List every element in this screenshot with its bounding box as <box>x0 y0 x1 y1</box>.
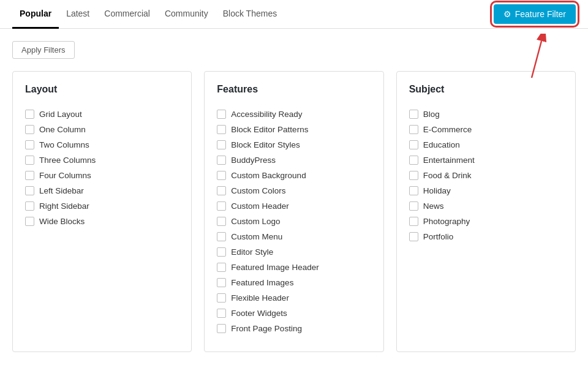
list-item[interactable]: Editor Style <box>217 247 371 257</box>
flexible-header-checkbox[interactable] <box>217 293 226 303</box>
list-item[interactable]: Two Columns <box>25 140 179 149</box>
tab-community[interactable]: Community <box>157 0 216 29</box>
featured-image-header-checkbox[interactable] <box>217 263 226 272</box>
blog-checkbox[interactable] <box>409 110 418 119</box>
footer-widgets-checkbox[interactable] <box>217 309 226 318</box>
portfolio-label: Portfolio <box>423 232 454 241</box>
front-page-posting-checkbox[interactable] <box>217 324 226 333</box>
custom-background-checkbox[interactable] <box>217 171 226 180</box>
left-sidebar-checkbox[interactable] <box>25 186 34 195</box>
list-item[interactable]: One Column <box>25 125 179 134</box>
list-item[interactable]: Featured Images <box>217 278 371 287</box>
list-item[interactable]: Photography <box>409 217 563 226</box>
food-drink-checkbox[interactable] <box>409 171 418 180</box>
list-item[interactable]: Right Sidebar <box>25 201 179 211</box>
food-drink-label: Food & Drink <box>423 171 472 180</box>
list-item[interactable]: Footer Widgets <box>217 309 371 318</box>
portfolio-checkbox[interactable] <box>409 232 418 241</box>
list-item[interactable]: Education <box>409 140 563 149</box>
list-item[interactable]: Portfolio <box>409 232 563 241</box>
custom-menu-label: Custom Menu <box>231 232 282 241</box>
entertainment-label: Entertainment <box>423 156 475 165</box>
list-item[interactable]: Accessibility Ready <box>217 110 371 119</box>
blog-label: Blog <box>423 110 440 119</box>
list-item[interactable]: News <box>409 201 563 211</box>
holiday-checkbox[interactable] <box>409 186 418 195</box>
tab-block-themes[interactable]: Block Themes <box>216 0 284 29</box>
list-item[interactable]: E-Commerce <box>409 125 563 134</box>
list-item[interactable]: Featured Image Header <box>217 263 371 272</box>
photography-label: Photography <box>423 217 470 226</box>
custom-menu-checkbox[interactable] <box>217 232 226 241</box>
grid-layout-checkbox[interactable] <box>25 110 34 119</box>
list-item[interactable]: Flexible Header <box>217 293 371 303</box>
tab-popular[interactable]: Popular <box>12 0 59 29</box>
featured-images-checkbox[interactable] <box>217 278 226 287</box>
list-item[interactable]: Custom Logo <box>217 217 371 226</box>
list-item[interactable]: Block Editor Styles <box>217 140 371 149</box>
features-title: Features <box>217 84 371 100</box>
list-item[interactable]: Left Sidebar <box>25 186 179 195</box>
education-label: Education <box>423 140 460 149</box>
four-columns-checkbox[interactable] <box>25 171 34 180</box>
one-column-checkbox[interactable] <box>25 125 34 134</box>
featured-image-header-label: Featured Image Header <box>231 263 318 272</box>
news-checkbox[interactable] <box>409 201 418 211</box>
feature-filter-button[interactable]: ⚙ Feature Filter <box>494 4 576 24</box>
list-item[interactable]: Block Editor Patterns <box>217 125 371 134</box>
list-item[interactable]: Wide Blocks <box>25 217 179 226</box>
photography-checkbox[interactable] <box>409 217 418 226</box>
list-item[interactable]: Grid Layout <box>25 110 179 119</box>
tab-latest[interactable]: Latest <box>59 0 97 29</box>
list-item[interactable]: Front Page Posting <box>217 324 371 333</box>
feature-filter-label: Feature Filter <box>515 9 566 19</box>
custom-background-label: Custom Background <box>231 171 306 180</box>
list-item[interactable]: Entertainment <box>409 156 563 165</box>
list-item[interactable]: Custom Colors <box>217 186 371 195</box>
two-columns-checkbox[interactable] <box>25 140 34 149</box>
custom-logo-label: Custom Logo <box>231 217 280 226</box>
list-item[interactable]: Custom Header <box>217 201 371 211</box>
holiday-label: Holiday <box>423 186 451 195</box>
list-item[interactable]: Holiday <box>409 186 563 195</box>
accessibility-ready-checkbox[interactable] <box>217 110 226 119</box>
custom-colors-checkbox[interactable] <box>217 186 226 195</box>
list-item[interactable]: Food & Drink <box>409 171 563 180</box>
features-filter-box: Features Accessibility Ready Block Edito… <box>204 71 383 352</box>
subject-title: Subject <box>409 84 563 100</box>
list-item[interactable]: BuddyPress <box>217 156 371 165</box>
education-checkbox[interactable] <box>409 140 418 149</box>
gear-icon: ⚙ <box>503 9 511 19</box>
flexible-header-label: Flexible Header <box>231 293 289 303</box>
wide-blocks-checkbox[interactable] <box>25 217 34 226</box>
list-item[interactable]: Four Columns <box>25 171 179 180</box>
custom-header-label: Custom Header <box>231 201 289 211</box>
tab-commercial[interactable]: Commercial <box>97 0 157 29</box>
news-label: News <box>423 201 444 211</box>
editor-style-checkbox[interactable] <box>217 247 226 257</box>
list-item[interactable]: Custom Background <box>217 171 371 180</box>
grid-layout-label: Grid Layout <box>39 110 82 119</box>
custom-header-checkbox[interactable] <box>217 201 226 211</box>
editor-style-label: Editor Style <box>231 247 273 257</box>
front-page-posting-label: Front Page Posting <box>231 324 302 333</box>
list-item[interactable]: Custom Menu <box>217 232 371 241</box>
buddypress-checkbox[interactable] <box>217 156 226 165</box>
subject-filter-box: Subject Blog E-Commerce Education Entert… <box>396 71 576 352</box>
entertainment-checkbox[interactable] <box>409 156 418 165</box>
right-sidebar-label: Right Sidebar <box>39 201 89 211</box>
block-editor-patterns-checkbox[interactable] <box>217 125 226 134</box>
page-container: Popular Latest Commercial Community Bloc… <box>0 0 588 376</box>
wide-blocks-label: Wide Blocks <box>39 217 85 226</box>
custom-logo-checkbox[interactable] <box>217 217 226 226</box>
main-content: Apply Filters Layout Grid Layout One Col… <box>0 29 588 364</box>
list-item[interactable]: Blog <box>409 110 563 119</box>
left-sidebar-label: Left Sidebar <box>39 186 84 195</box>
apply-filters-button[interactable]: Apply Filters <box>12 41 75 59</box>
block-editor-styles-checkbox[interactable] <box>217 140 226 149</box>
block-editor-patterns-label: Block Editor Patterns <box>231 125 308 134</box>
list-item[interactable]: Three Columns <box>25 156 179 165</box>
three-columns-checkbox[interactable] <box>25 156 34 165</box>
right-sidebar-checkbox[interactable] <box>25 201 34 211</box>
ecommerce-checkbox[interactable] <box>409 125 418 134</box>
